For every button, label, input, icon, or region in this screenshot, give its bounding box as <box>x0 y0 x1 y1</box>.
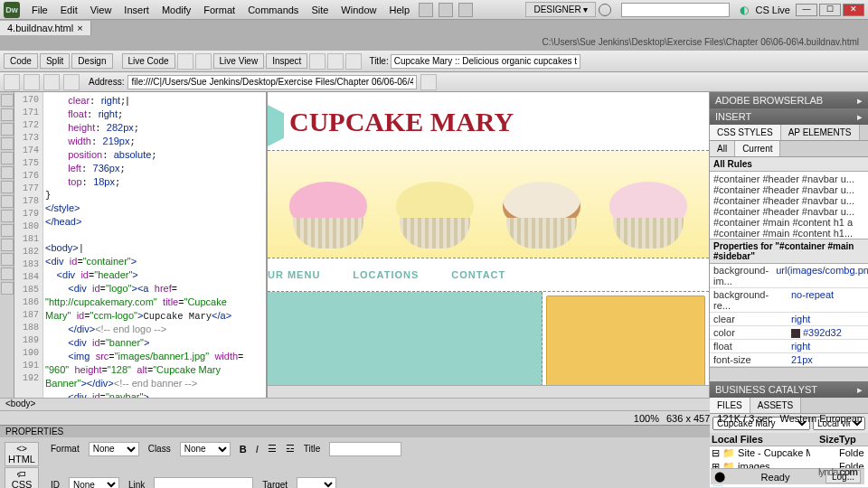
menu-commands[interactable]: Commands <box>241 5 305 15</box>
browser-icon[interactable] <box>309 53 326 70</box>
tab-assets[interactable]: ASSETS <box>750 398 801 413</box>
workspace-switcher[interactable]: DESIGNER ▾ <box>525 2 596 17</box>
design-preview[interactable]: CUPCAKE MARY UR MENU LOCATIONS CONTACT <box>268 92 710 398</box>
design-view-button[interactable]: Design <box>71 53 112 69</box>
menu-window[interactable]: Window <box>335 5 382 15</box>
code-toolbar <box>0 92 14 398</box>
refresh-icon[interactable] <box>327 53 344 70</box>
title-field[interactable] <box>391 54 580 69</box>
window-dims: 636 x 457 <box>666 413 710 424</box>
italic-button[interactable]: I <box>256 444 259 455</box>
tab-close-icon[interactable]: × <box>77 23 82 33</box>
tool-icon[interactable] <box>1 267 14 280</box>
bold-button[interactable]: B <box>240 444 247 455</box>
tool-icon[interactable] <box>1 166 14 179</box>
encoding[interactable]: Western European <box>779 413 863 424</box>
site-title: CUPCAKE MARY <box>268 92 709 150</box>
horizontal-scrollbar[interactable] <box>268 385 709 398</box>
css-property-grid[interactable]: background-im...url(images/combg.png)bac… <box>710 264 868 367</box>
document-tab[interactable]: 4.buildnav.html × <box>0 21 91 35</box>
css-current-button[interactable]: Current <box>735 141 780 156</box>
site-icon[interactable] <box>458 3 473 17</box>
format-select[interactable]: None <box>89 442 139 456</box>
preview-sidebar <box>546 296 705 388</box>
tool-icon[interactable] <box>1 152 14 164</box>
tool-icon[interactable] <box>1 239 14 251</box>
tab-files[interactable]: FILES <box>710 398 750 413</box>
app-logo: Dw <box>4 2 20 18</box>
go-icon[interactable] <box>420 74 437 90</box>
code-view-button[interactable]: Code <box>4 53 38 69</box>
back-icon[interactable] <box>4 74 20 90</box>
nav-menu[interactable]: UR MENU <box>268 269 320 280</box>
ready-label: Ready <box>761 472 790 483</box>
tool-icon[interactable] <box>1 123 14 136</box>
tab-css-styles[interactable]: CSS STYLES <box>710 125 781 140</box>
insert-panel[interactable]: INSERT▸ <box>710 108 868 125</box>
id-label: ID <box>51 480 60 488</box>
menu-modify[interactable]: Modify <box>156 5 197 15</box>
tool-icon[interactable] <box>1 210 14 222</box>
business-catalyst-panel[interactable]: BUSINESS CATALYST▸ <box>710 381 868 398</box>
tab-ap-elements[interactable]: AP ELEMENTS <box>781 125 860 140</box>
css-rules-list[interactable]: #container #header #navbar u...#containe… <box>710 172 868 239</box>
banner-image <box>268 151 709 258</box>
menu-file[interactable]: File <box>25 5 54 15</box>
tool-icon[interactable] <box>1 137 14 150</box>
livecode-button[interactable]: Live Code <box>122 53 175 69</box>
target-select[interactable] <box>297 477 336 488</box>
code-editor[interactable]: clear: right;| float: right; height: 282… <box>43 92 268 398</box>
ul-button[interactable]: ☰ <box>268 443 277 455</box>
tool-icon[interactable] <box>1 94 14 107</box>
document-tabs: 4.buildnav.html × <box>0 20 868 36</box>
inspect-icon[interactable] <box>177 53 193 70</box>
zoom-level[interactable]: 100% <box>634 413 659 424</box>
livecode-icon[interactable] <box>195 53 212 70</box>
tool-icon[interactable] <box>1 108 14 121</box>
address-field[interactable] <box>127 75 417 89</box>
props-css-button[interactable]: 🏷 CSS <box>5 467 39 488</box>
tool-icon[interactable] <box>1 282 14 295</box>
forward-icon[interactable] <box>24 74 40 90</box>
tool-icon[interactable] <box>1 253 14 266</box>
ol-button[interactable]: ☲ <box>286 443 295 455</box>
layout-icon[interactable] <box>419 3 433 17</box>
nav-locations[interactable]: LOCATIONS <box>353 269 419 280</box>
id-select[interactable]: None <box>69 477 119 488</box>
extend-icon[interactable] <box>439 3 453 17</box>
class-select[interactable]: None <box>180 442 231 456</box>
menu-site[interactable]: Site <box>305 5 335 15</box>
title-input[interactable] <box>329 442 401 456</box>
menu-help[interactable]: Help <box>382 5 416 15</box>
tool-icon[interactable] <box>1 195 14 208</box>
col-type[interactable]: Typ <box>839 434 866 445</box>
menu-view[interactable]: View <box>84 5 118 15</box>
options-icon[interactable] <box>345 53 362 70</box>
nav-contact[interactable]: CONTACT <box>451 269 505 280</box>
panel-dock: ADOBE BROWSERLAB▸ INSERT▸ CSS STYLES AP … <box>710 92 868 398</box>
close-button[interactable]: ✕ <box>843 4 864 16</box>
search-input[interactable] <box>621 3 730 17</box>
menu-insert[interactable]: Insert <box>118 5 156 15</box>
page-size: 121K / 3 sec <box>717 413 772 424</box>
inspect-button[interactable]: Inspect <box>266 53 307 69</box>
col-localfiles[interactable]: Local Files <box>712 434 810 445</box>
minimize-button[interactable]: — <box>796 4 817 16</box>
browserlab-panel[interactable]: ADOBE BROWSERLAB▸ <box>710 92 868 108</box>
menu-edit[interactable]: Edit <box>54 5 84 15</box>
col-size[interactable]: Size <box>810 434 839 445</box>
split-view-button[interactable]: Split <box>40 53 70 69</box>
maximize-button[interactable]: ☐ <box>819 4 841 16</box>
home-icon[interactable] <box>63 74 80 90</box>
liveview-button[interactable]: Live View <box>213 53 265 69</box>
menu-format[interactable]: Format <box>197 5 241 15</box>
title-label2: Title <box>304 444 321 454</box>
cslive-button[interactable]: CS Live <box>755 5 790 15</box>
props-html-button[interactable]: <> HTML <box>5 442 39 466</box>
css-all-button[interactable]: All <box>710 141 735 156</box>
stop-icon[interactable] <box>43 74 60 90</box>
search-icon <box>599 4 611 16</box>
tool-icon[interactable] <box>1 224 14 237</box>
tool-icon[interactable] <box>1 181 14 193</box>
link-input[interactable] <box>154 477 253 488</box>
